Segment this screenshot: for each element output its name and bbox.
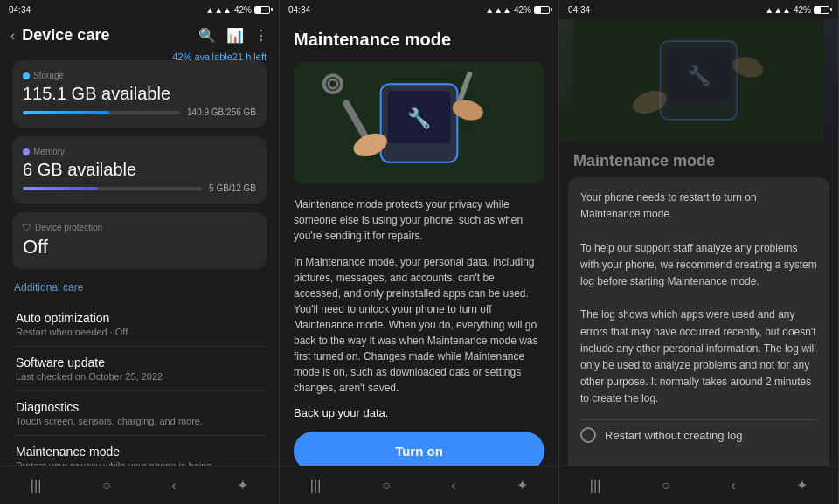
panel2-title: Maintenance mode [294,30,544,50]
additional-care-title: Additional care [12,281,267,293]
memory-used: 5 GB/12 GB [209,183,256,193]
device-protection-section: 🛡 Device protection Off [12,212,267,269]
storage-progress-row: 140.9 GB/256 GB [23,107,256,117]
hours-left: 21 h left [232,52,267,62]
memory-value: 6 GB available [23,160,256,180]
panel3-content: 🔧 Maintenance mode Your phone needs to r… [559,19,838,466]
panel3-svg: 🔧 [559,19,838,142]
page-title-1: Device care [22,26,191,45]
panel-maintenance-info: 04:34 ▲▲▲ 42% Maintenance mode [280,0,559,504]
memory-label: Memory [23,147,256,156]
storage-value: 115.1 GB available [23,84,256,104]
care-item-diagnostics[interactable]: Diagnostics Touch screen, sensors, charg… [12,391,267,436]
storage-dot [23,72,30,79]
shield-icon: 🛡 [23,223,31,232]
memory-section: Memory 6 GB available 5 GB/12 GB [12,136,267,204]
memory-dot [23,148,30,155]
search-icon[interactable]: 🔍 [198,27,216,44]
maintenance-desc1: Maintenance mode protects your privacy w… [294,197,544,244]
care-item-sub-0: Restart when needed · Off [16,327,263,337]
nav-bar-2: ||| ○ ‹ ✦ [280,466,558,504]
nav-home-1[interactable]: ○ [85,474,128,497]
panel2-content: Maintenance mode [280,19,558,466]
storage-track [23,111,180,114]
memory-progress-row: 5 GB/12 GB [23,183,256,193]
status-bar-1: 04:34 ▲▲▲ 42% [0,0,279,19]
nav-back-3[interactable]: ‹ [713,474,752,497]
care-item-title-2: Diagnostics [16,400,263,414]
nav-back-1[interactable]: ‹ [154,474,193,497]
maintenance-illustration: 🔧 [294,62,544,184]
panel-device-care: 04:34 ▲▲▲ 42% ‹ Device care 🔍 📊 ⋮ 21 h l… [0,0,280,504]
status-time-2: 04:34 [288,5,310,15]
battery-fill-1 [255,7,261,13]
panel3-illustration: 🔧 [559,19,838,142]
panel3-title: Maintenance mode [559,142,838,177]
svg-text:🔧: 🔧 [687,64,711,87]
care-item-title-1: Software update [16,356,263,369]
memory-fill [23,187,98,190]
radio-label-no-log: Restart without creating log [605,429,743,442]
battery-bar-2 [534,6,550,14]
restart-button[interactable]: Restart [580,457,817,466]
status-icons-2: ▲▲▲ 42% [485,5,550,15]
status-icons-1: ▲▲▲ 42% [205,5,270,15]
panel-maintenance-restart: 04:34 ▲▲▲ 42% 🔧 Maintenance mode Your p [559,0,839,504]
care-item-title-3: Maintenance mode [16,445,263,459]
turn-on-button[interactable]: Turn on [294,432,544,466]
memory-track [23,187,202,190]
battery-percent-2: 42% [514,5,531,15]
nav-recent-3[interactable]: ||| [572,474,618,497]
care-items-list: Auto optimization Restart when needed · … [12,302,267,466]
battery-fill-3 [815,7,821,13]
panel1-content: 21 h left 42% available Storage 115.1 GB… [0,52,279,466]
status-icons-3: ▲▲▲ 42% [765,5,829,15]
storage-section: Storage 115.1 GB available 140.9 GB/256 … [12,60,267,128]
battery-bar-1 [254,6,270,14]
backup-text: Back up your data. [294,406,544,419]
restart-card: Your phone needs to restart to turn on M… [568,177,829,466]
care-item-title-0: Auto optimization [16,311,263,325]
battery-fill-2 [535,7,541,13]
status-time-1: 04:34 [9,5,31,15]
nav-back-2[interactable]: ‹ [433,474,473,497]
status-bar-3: 04:34 ▲▲▲ 42% [559,0,838,19]
nav-recent-1[interactable]: ||| [13,474,59,497]
nav-home-2[interactable]: ○ [364,474,408,497]
nav-home-3[interactable]: ○ [644,474,688,497]
radio-option-no-log[interactable]: Restart without creating log [580,419,817,450]
signal-icon-2: ▲▲▲ [485,5,511,15]
storage-label: Storage [23,71,256,80]
care-item-sub-2: Touch screen, sensors, charging, and mor… [16,416,263,426]
status-bar-2: 04:34 ▲▲▲ 42% [280,0,558,19]
svg-text:🔧: 🔧 [407,107,432,130]
nav-bar-3: ||| ○ ‹ ✦ [559,466,838,504]
care-item-sub-1: Last checked on October 25, 2022 [16,371,263,382]
maintenance-svg: 🔧 [294,62,544,184]
storage-used: 140.9 GB/256 GB [187,107,256,117]
nav-bixby-3[interactable]: ✦ [779,473,825,497]
restart-desc: Your phone needs to restart to turn on M… [580,190,817,407]
dp-label: 🛡 Device protection [23,223,256,232]
radio-circle-no-log [580,427,596,443]
chart-icon[interactable]: 📊 [226,27,244,44]
signal-icon-3: ▲▲▲ [765,5,791,15]
more-icon[interactable]: ⋮ [254,27,268,44]
panel1-header: ‹ Device care 🔍 📊 ⋮ [0,19,279,52]
header-icons: 🔍 📊 ⋮ [198,27,268,44]
nav-bar-1: ||| ○ ‹ ✦ [0,466,279,504]
back-button[interactable]: ‹ [10,28,15,44]
dp-value: Off [23,236,256,259]
available-pct: 42% available [172,52,232,62]
nav-recent-2[interactable]: ||| [293,474,338,497]
nav-bixby-2[interactable]: ✦ [499,473,545,497]
battery-bar-3 [814,6,829,14]
status-time-3: 04:34 [568,5,590,15]
nav-bixby-1[interactable]: ✦ [219,473,266,497]
care-item-software[interactable]: Software update Last checked on October … [12,347,267,391]
care-item-maintenance[interactable]: Maintenance mode Protect your privacy wh… [12,436,267,466]
care-item-auto-opt[interactable]: Auto optimization Restart when needed · … [12,302,267,347]
maintenance-desc2: In Maintenance mode, your personal data,… [294,254,544,396]
storage-fill [23,111,109,114]
battery-percent-1: 42% [234,5,252,15]
